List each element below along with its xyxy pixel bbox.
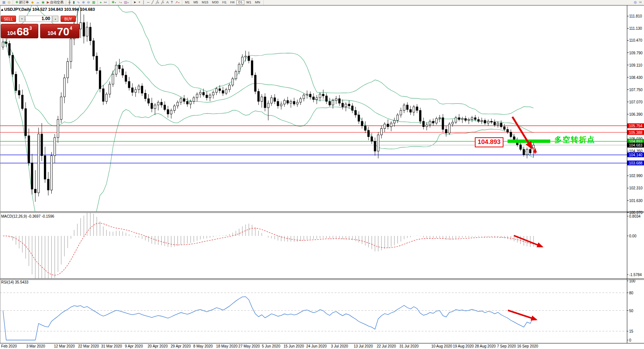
templates-chart-icon[interactable]: ▤▾ bbox=[123, 0, 130, 5]
date-label: 22 Mar 2020 bbox=[78, 344, 99, 348]
indicators-add-icon[interactable]: ✚▾ bbox=[110, 0, 117, 5]
level-price-label: 104.140 bbox=[627, 153, 644, 157]
autotrading-button[interactable]: ▶自动交易 bbox=[46, 0, 65, 5]
insert-group: ✚▾◔▾▤▾ bbox=[109, 0, 131, 5]
text-icon[interactable]: A bbox=[165, 0, 170, 5]
volume-increase-button[interactable]: ▴ bbox=[52, 16, 58, 22]
new-order-button-label: 新订单 bbox=[19, 0, 29, 5]
sell-price-point: 3 bbox=[29, 26, 32, 30]
timeframe-mn[interactable]: MN bbox=[253, 0, 262, 5]
line-chart-icon[interactable]: ∿ bbox=[76, 0, 81, 5]
price-tick-label: 109.110 bbox=[629, 63, 642, 67]
date-label: 3 Jul 2020 bbox=[331, 344, 348, 348]
toolbar-right-group: ◎✉ bbox=[632, 0, 644, 5]
date-label: 5 Jun 2020 bbox=[262, 344, 280, 348]
date-label: 31 Mar 2020 bbox=[101, 344, 122, 348]
chart-surface[interactable] bbox=[0, 0, 644, 349]
macd-axis-label: 0.00 bbox=[629, 234, 636, 238]
buy-price-panel[interactable]: 104 70 4 bbox=[40, 24, 80, 38]
timeframe-h1[interactable]: H1 bbox=[220, 0, 229, 5]
chevron-down-icon: ▾ bbox=[128, 1, 129, 4]
date-label: 28 Aug 2020 bbox=[475, 344, 496, 348]
chart-shift-icon[interactable]: ↦ bbox=[103, 0, 108, 5]
zoom-in-icon[interactable]: ⊕ bbox=[81, 0, 86, 5]
order-group: ✚新订单◆☁◉▶自动交易 bbox=[13, 0, 66, 5]
rsi-trend-arrow[interactable] bbox=[508, 310, 536, 320]
fibonacci-icon[interactable]: ╱F bbox=[160, 0, 165, 5]
current-price-label: 104.683 bbox=[627, 143, 644, 148]
timeframe-w1[interactable]: W1 bbox=[244, 0, 253, 5]
print-preview-icon[interactable]: ◎ bbox=[7, 0, 12, 5]
date-label: 9 Apr 2020 bbox=[125, 344, 143, 348]
sell-price-pips: 68 bbox=[17, 26, 29, 37]
timeframe-m5[interactable]: M5 bbox=[191, 0, 200, 5]
cursor-icon[interactable]: ➤ bbox=[132, 0, 138, 5]
arrows-icon[interactable]: ↗▾ bbox=[174, 0, 181, 5]
rsi-axis-label: 50 bbox=[629, 308, 633, 313]
trendline-icon[interactable]: ╱ bbox=[151, 0, 155, 5]
signal-icon[interactable]: ◉ bbox=[41, 0, 46, 5]
horizontal-line-icon[interactable]: ─ bbox=[146, 0, 150, 5]
date-label: 27 May 2020 bbox=[238, 344, 260, 348]
macd-axis-label: -1.5784 bbox=[629, 273, 642, 277]
gold-icon[interactable]: ◆ bbox=[30, 0, 35, 5]
search-icon[interactable]: ◎ bbox=[633, 0, 638, 5]
bar-chart-icon[interactable]: ╫ bbox=[67, 0, 72, 5]
date-label: 18 May 2020 bbox=[216, 344, 238, 348]
price-tick-label: 111.130 bbox=[629, 26, 642, 31]
macd-label: MACD(12,26,9) -0.3697 -0.1596 bbox=[1, 214, 54, 218]
autotrading-button-label: 自动交易 bbox=[50, 0, 64, 5]
cloud-icon[interactable]: ☁ bbox=[35, 0, 41, 5]
sell-price-panel[interactable]: 104 68 3 bbox=[1, 24, 38, 38]
equidistant-channel-icon[interactable]: ╱E bbox=[155, 0, 160, 5]
turning-point-label[interactable]: 多空转折点 bbox=[554, 135, 595, 145]
quote-header: ▴ USDJPY,Daily 104.527 104.843 103.994 1… bbox=[1, 7, 95, 12]
sell-price-big-figure: 104 bbox=[7, 29, 16, 37]
price-callout-box[interactable]: 104.893 bbox=[475, 137, 503, 147]
volume-input[interactable]: 1.00 bbox=[25, 16, 52, 22]
price-tick-label: 110.470 bbox=[629, 38, 642, 42]
date-label: 7 Sep 2020 bbox=[497, 344, 516, 348]
candlestick-icon[interactable]: ▮ bbox=[72, 0, 76, 5]
top-toolbar: ▦◎✚新订单◆☁◉▶自动交易╫▮∿⊕⊖▦▸↦✚▾◔▾▤▾➤+│─╱╱E╱FAT↗… bbox=[0, 0, 644, 5]
price-tick-label: 107.070 bbox=[629, 100, 643, 104]
chevron-down-icon: ▾ bbox=[120, 1, 122, 4]
date-label: 3 Mar 2020 bbox=[26, 344, 45, 348]
timeframe-d1[interactable]: D1 bbox=[236, 0, 245, 5]
date-label: 3 Feb 2020 bbox=[0, 344, 17, 348]
crosshair-icon[interactable]: + bbox=[137, 0, 141, 5]
date-label: 16 Sep 2020 bbox=[517, 344, 538, 348]
rsi-axis-label: 80 bbox=[629, 291, 633, 295]
sell-button[interactable]: SELL bbox=[1, 16, 16, 22]
price-tick-label: 108.430 bbox=[629, 75, 643, 79]
date-label: 15 Jun 2020 bbox=[283, 344, 304, 348]
periods-clock-icon[interactable]: ◔▾ bbox=[117, 0, 123, 5]
rsi-label: RSI(14) 35.5433 bbox=[1, 280, 28, 284]
timeframe-m1[interactable]: M1 bbox=[183, 0, 192, 5]
chat-icon[interactable]: ✉ bbox=[638, 0, 643, 5]
objects-group: ➤+│─╱╱E╱FAT↗▾ bbox=[131, 0, 182, 5]
vertical-line-icon[interactable]: │ bbox=[142, 0, 146, 5]
trade-widget-row: SELL ▾ 1.00 ▴ BUY bbox=[1, 16, 76, 22]
new-order-button[interactable]: ✚新订单 bbox=[14, 0, 30, 5]
timeframe-h4[interactable]: H4 bbox=[228, 0, 236, 5]
volume-decrease-button[interactable]: ▾ bbox=[19, 16, 25, 22]
text-label-icon[interactable]: T bbox=[170, 0, 174, 5]
zoom-out-icon[interactable]: ⊖ bbox=[86, 0, 91, 5]
auto-scroll-icon[interactable]: ▸ bbox=[99, 0, 103, 5]
macd-trend-arrow[interactable] bbox=[514, 236, 542, 247]
tile-windows-icon[interactable]: ▦ bbox=[91, 0, 97, 5]
buy-button[interactable]: BUY bbox=[61, 16, 76, 22]
date-label: 12 Mar 2020 bbox=[54, 344, 75, 348]
level-price-label: 103.688 bbox=[627, 161, 644, 166]
chevron-down-icon: ▾ bbox=[178, 1, 180, 4]
date-label: 13 Jul 2020 bbox=[354, 344, 373, 348]
date-label: 31 Jul 2020 bbox=[399, 344, 419, 348]
rsi-axis-label: 0 bbox=[629, 338, 631, 342]
price-tick-label: 111.810 bbox=[629, 14, 642, 18]
chevron-down-icon: ▾ bbox=[115, 1, 116, 4]
timeframe-m15[interactable]: M15 bbox=[200, 0, 210, 5]
chart-window-icon[interactable]: ▦ bbox=[1, 0, 7, 5]
rsi-axis-label: 100 bbox=[629, 279, 635, 283]
timeframe-m30[interactable]: M30 bbox=[210, 0, 220, 5]
